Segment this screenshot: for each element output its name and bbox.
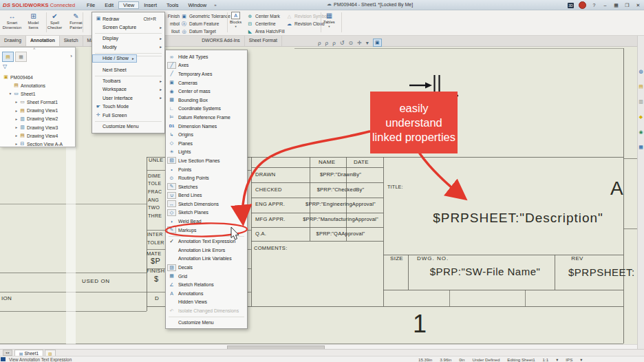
collapse-panel-icon[interactable]: ˄	[33, 47, 36, 51]
hide-show-menu-item-markups[interactable]: ✎ Markups	[166, 226, 247, 235]
view-menu-item-touch-mode[interactable]: ☛ Touch Mode	[92, 103, 164, 111]
menubar-item-edit[interactable]: Edit	[100, 1, 118, 9]
hide-show-menu-item-temporary-axes[interactable]: ╱ Temporary Axes	[166, 70, 247, 78]
hide-show-menu-item[interactable]	[166, 234, 247, 237]
hide-show-menu-item-points[interactable]: • Points	[166, 165, 247, 174]
tree-root-item[interactable]: ▣ PM009464	[1, 73, 74, 81]
ribbon-button-revision-cloud[interactable]: ☁ Revision Cloud	[286, 20, 328, 28]
expand-panel-icon[interactable]: ›	[70, 53, 72, 59]
headsup-icon[interactable]: ↺	[340, 40, 345, 46]
tree-item-sheet-format1[interactable]: ▸ ▭ Sheet Format1	[1, 98, 74, 106]
hide-show-menu-item-cameras[interactable]: ▣ Cameras	[166, 78, 247, 87]
hide-show-menu-item-bounding-box[interactable]: ▩ Bounding Box	[166, 96, 247, 105]
blocks-button[interactable]: A Blocks ▾	[230, 12, 242, 28]
task-pane-item[interactable]: ◉	[638, 124, 644, 136]
hide-show-menu-item-grid[interactable]: ▦ Grid	[166, 272, 247, 281]
hide-show-menu-item-isolate-changed-dimensions[interactable]: ↶ Isolate Changed Dimensions	[166, 306, 247, 315]
headsup-icon[interactable]: ▣	[373, 39, 382, 47]
view-menu-item-workspace[interactable]: Workspace ▸	[92, 85, 164, 94]
view-menu-item-customize-menu[interactable]: Customize Menu	[92, 122, 164, 130]
add-sheet-tab[interactable]: ▨	[45, 350, 56, 356]
window-icon[interactable]	[579, 1, 586, 9]
tab-annotation[interactable]: Annotation	[26, 36, 60, 46]
menubar-item-view[interactable]: View	[118, 1, 139, 9]
tree-item-drawing-view2[interactable]: ▸ ▥ Drawing View2	[1, 115, 74, 123]
horizontal-scrollbar[interactable]	[0, 344, 637, 349]
window-icon[interactable]: ✕	[635, 3, 641, 8]
hide-show-menu-item-bend-lines[interactable]: ∪ Bend Lines	[166, 191, 247, 200]
hide-show-menu-item-hide-all-types[interactable]: ∞ Hide All Types	[166, 52, 247, 61]
hide-show-menu-item-hidden-views[interactable]: Hidden Views	[166, 298, 247, 307]
rev-property[interactable]: $PRPSHEET:	[568, 266, 635, 278]
view-menu-item-full-screen[interactable]: ✛ Full Screen	[92, 111, 164, 119]
task-pane-item[interactable]: ◍	[638, 63, 644, 76]
ribbon-button-smart-dimension[interactable]: ↔ Smart Dimension	[1, 11, 23, 34]
menubar-item-insert[interactable]: Insert	[139, 1, 162, 9]
headsup-icon[interactable]: ρ	[318, 40, 321, 46]
hide-show-menu-item-origins[interactable]: ↳ Origins	[166, 130, 247, 139]
feature-tree-tab-icon[interactable]: ▤	[2, 52, 14, 62]
tab-sheet-format[interactable]: Sheet Format	[245, 36, 282, 46]
ribbon-button-format-painter[interactable]: ✎ Format Painter	[65, 11, 87, 34]
hide-show-menu-item-sketch-relations[interactable]: ∠ Sketch Relations	[166, 280, 247, 289]
hide-show-menu-item-decals[interactable]: ▨ Decals	[166, 263, 247, 272]
task-pane-item[interactable]: ▤	[638, 78, 644, 91]
sheet1-tab[interactable]: ▤ Sheet1	[14, 350, 43, 356]
view-menu-item-toolbars[interactable]: Toolbars ▸	[92, 76, 164, 85]
headsup-icon[interactable]: ✛	[357, 40, 362, 46]
tab-drawing[interactable]: Drawing	[0, 36, 26, 46]
description-property[interactable]: $PRPSHEET:"Description"	[399, 211, 637, 226]
hide-show-menu-item-axes[interactable]: ╱ Axes	[166, 61, 247, 70]
hide-show-menu-item-planes[interactable]: ◇ Planes	[166, 139, 247, 148]
headsup-icon[interactable]: ρ	[325, 40, 329, 46]
window-icon[interactable]: ❐	[624, 3, 630, 8]
view-menu-item-screen-capture[interactable]: Screen Capture ▸	[92, 23, 164, 31]
hide-show-menu-item[interactable]	[166, 315, 247, 318]
hide-show-menu-item-sketches[interactable]: ✎ Sketches	[166, 182, 247, 191]
hide-show-menu-item-lights[interactable]: ☀ Lights	[166, 148, 247, 157]
hide-show-menu-item-dimension-names[interactable]: D1 Dimension Names	[166, 122, 247, 131]
hide-show-menu-item-center-of-mass[interactable]: ◉ Center of mass	[166, 87, 247, 96]
menubar-item-file[interactable]: File	[82, 1, 100, 9]
tree-item-drawing-view1[interactable]: ▸ ▤ Drawing View1	[1, 107, 74, 115]
tree-item-drawing-view4[interactable]: ▸ ▤ Drawing View4	[1, 131, 74, 140]
view-menu-item-redraw[interactable]: ▣ Redraw Ctrl+R	[92, 14, 164, 23]
menubar-item-tools[interactable]: Tools	[162, 1, 184, 9]
ribbon-button-datum-target[interactable]: ◎ Datum Target	[181, 28, 230, 35]
task-pane-item[interactable]: ◆	[638, 109, 644, 121]
display-pane-tab-icon[interactable]: ▦	[15, 52, 27, 62]
hide-show-menu-item-sketch-dimensions[interactable]: ↔ Sketch Dimensions	[166, 200, 247, 209]
hide-show-menu-item-annotation-link-errors[interactable]: Annotation Link Errors	[166, 246, 247, 255]
headsup-icon[interactable]: ⊙	[348, 40, 353, 46]
menubar-item-window[interactable]: Window	[184, 1, 212, 9]
tab-dworks-add-ins[interactable]: DWORKS Add-Ins	[197, 36, 245, 46]
view-menu-item-next-sheet[interactable]: Next Sheet	[92, 65, 164, 74]
ribbon-button-datum-feature[interactable]: Ⓐ Datum Feature	[181, 20, 230, 28]
window-icon[interactable]: ▦	[613, 3, 619, 8]
tree-item-sheet1[interactable]: ▾ ▭ Sheet1	[1, 89, 74, 98]
window-icon[interactable]: 3D	[568, 3, 574, 8]
hide-show-menu-item-coordinate-systems[interactable]: ∟ Coordinate Systems	[166, 105, 247, 114]
hide-show-menu-item-live-section-planes[interactable]: ▧ Live Section Planes	[166, 156, 247, 165]
task-pane-item[interactable]: ▥	[638, 94, 644, 106]
tab-sketch[interactable]: Sketch	[60, 36, 83, 46]
ribbon-button-geometric-tolerance[interactable]: ▣ Geometric Tolerance	[181, 12, 230, 20]
tree-item-section-view-a-a[interactable]: ▸ ⊟ Section View A-A	[1, 140, 74, 148]
ribbon-button-centerline[interactable]: ⊟ Centerline	[247, 20, 285, 28]
hide-show-menu-item-weld-bead[interactable]: ◗ Weld Bead	[166, 217, 247, 226]
window-icon[interactable]: –	[602, 3, 608, 8]
window-icon[interactable]: ?	[591, 3, 597, 8]
ribbon-button-model-items[interactable]: ⊞ Model Items	[23, 11, 44, 34]
ribbon-button-center-mark[interactable]: ⊕ Center Mark	[247, 12, 285, 20]
view-menu-item-user-interface[interactable]: User Interface ▸	[92, 94, 164, 102]
hide-show-menu-item-customize-menu[interactable]: Customize Menu	[166, 318, 247, 327]
view-menu-item[interactable]	[92, 74, 164, 76]
menubar-overflow-icon[interactable]: »	[211, 1, 219, 8]
ribbon-button-revision-symbol[interactable]: △ Revision Symbol	[286, 12, 328, 20]
view-menu-item-display[interactable]: Display ▸	[92, 34, 164, 43]
headsup-icon[interactable]: ρ	[332, 40, 336, 46]
ribbon-button-spell-checker[interactable]: ✔ Spell Checker	[44, 11, 65, 34]
sheet-nav-buttons[interactable]: ◂ ▸	[3, 350, 12, 356]
headsup-icon[interactable]: ▾	[366, 40, 369, 46]
view-menu-item-modify[interactable]: Modify ▸	[92, 43, 164, 51]
